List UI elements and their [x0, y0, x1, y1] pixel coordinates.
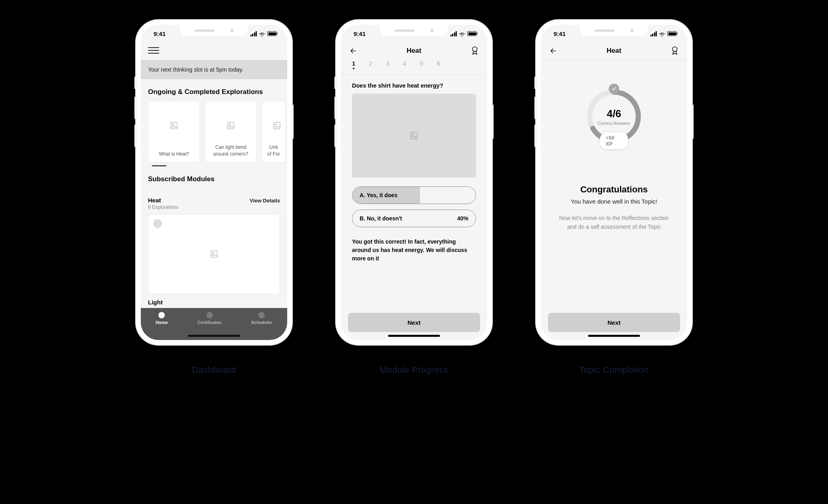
exploration-card[interactable]: Unit of For — [262, 101, 286, 163]
back-button[interactable] — [548, 46, 558, 56]
page-title: Heat — [607, 47, 622, 55]
battery-icon — [267, 31, 277, 36]
exploration-card[interactable]: What is Heat? — [148, 101, 200, 163]
step-3[interactable]: 3 — [386, 60, 389, 70]
caption: Dashboard — [192, 365, 236, 375]
choice-a[interactable]: A. Yes, it does — [352, 186, 476, 204]
step-tabs: 1 2 3 4 5 6 — [341, 60, 487, 74]
step-4[interactable]: 4 — [403, 60, 406, 70]
step-5[interactable]: 5 — [420, 60, 423, 70]
side-button — [535, 77, 536, 89]
back-button[interactable] — [348, 46, 358, 56]
caption: Topic Completion — [579, 365, 649, 375]
wifi-icon — [659, 31, 665, 36]
svg-point-5 — [275, 124, 276, 125]
home-indicator — [588, 335, 640, 337]
choice-b-pct: 40% — [457, 215, 468, 222]
page-title: Heat — [407, 47, 422, 55]
score-value: 4/6 — [607, 108, 621, 120]
side-button — [535, 97, 536, 119]
svg-rect-9 — [411, 132, 418, 139]
caption: Module Progress — [380, 365, 448, 375]
module-progress-phone: 9:41 Heat 1 2 3 4 5 6 Does the shirt hav… — [336, 20, 492, 345]
svg-rect-0 — [171, 122, 178, 129]
feedback-text: You got this correct! In fact, everythin… — [352, 227, 476, 263]
side-button — [335, 77, 336, 89]
check-icon — [609, 84, 619, 94]
svg-point-8 — [472, 47, 477, 52]
tab-scheduler[interactable]: Scheduler — [251, 312, 272, 325]
question-image — [352, 94, 476, 178]
tab-home[interactable]: Home — [156, 312, 168, 325]
side-button — [135, 125, 136, 147]
module-avatar — [153, 219, 162, 228]
explorations-row[interactable]: What is Heat? Can light bend around corn… — [141, 101, 287, 163]
exploration-card-title: What is Heat? — [159, 151, 189, 158]
battery-icon — [667, 31, 677, 36]
image-placeholder-icon — [170, 121, 178, 130]
exploration-card-title: Can light bend around corners? — [210, 144, 252, 158]
image-placeholder-icon — [210, 250, 218, 258]
svg-point-11 — [672, 47, 677, 52]
congrats-body: Now let's move on to the Reflections sec… — [541, 214, 687, 232]
step-6[interactable]: 6 — [437, 60, 440, 70]
question-text: Does the shirt have heat energy? — [352, 74, 476, 94]
modules-title: Subscribed Modules — [141, 166, 287, 188]
exploration-card[interactable]: Can light bend around corners? — [205, 101, 257, 163]
status-time: 9:41 — [354, 30, 366, 37]
xp-badge: +50 XP — [600, 132, 628, 149]
wifi-icon — [459, 31, 465, 36]
step-1[interactable]: 1 — [352, 60, 355, 70]
image-placeholder-icon — [226, 121, 235, 130]
side-button — [492, 105, 493, 139]
module-name: Light — [141, 294, 287, 306]
wifi-icon — [259, 31, 265, 36]
explorations-title: Ongoing & Completed Explorations — [141, 79, 287, 101]
side-button — [292, 105, 293, 139]
side-button — [335, 97, 336, 119]
status-time: 9:41 — [554, 30, 566, 37]
image-placeholder-icon — [410, 131, 418, 140]
svg-point-10 — [412, 134, 414, 135]
module-sub: 8 Explorations — [148, 204, 178, 210]
score-ring: 4/6 Correct Answers +50 XP — [586, 88, 642, 144]
award-button[interactable] — [470, 46, 480, 56]
signal-icon — [250, 31, 257, 36]
svg-rect-2 — [228, 122, 234, 129]
notch — [580, 25, 648, 36]
view-details-link[interactable]: View Details — [250, 198, 280, 204]
battery-icon — [467, 31, 477, 36]
choice-b-label: B. No, it doesn't — [360, 215, 402, 222]
module-card[interactable] — [148, 214, 280, 294]
choice-b[interactable]: B. No, it doesn't 40% — [352, 210, 476, 227]
step-2[interactable]: 2 — [369, 60, 372, 70]
svg-rect-4 — [274, 122, 280, 129]
side-button — [135, 97, 136, 119]
congrats-sub: You have done well in this Topic! — [571, 198, 657, 205]
side-button — [335, 125, 336, 147]
image-placeholder-icon — [272, 121, 281, 130]
tab-bar: Home Certificates Scheduler — [141, 308, 287, 340]
svg-point-7 — [212, 252, 214, 254]
side-button — [692, 105, 693, 139]
signal-icon — [650, 31, 657, 36]
next-button[interactable]: Next — [348, 313, 480, 332]
svg-point-1 — [172, 124, 174, 125]
module-name: Heat — [148, 197, 178, 204]
carousel-indicator — [141, 163, 287, 166]
next-button[interactable]: Next — [548, 313, 680, 332]
side-button — [535, 125, 536, 147]
score-label: Correct Answers — [598, 121, 630, 126]
award-button[interactable] — [670, 46, 680, 56]
congrats-title: Congratulations — [580, 184, 648, 195]
home-indicator — [188, 335, 240, 337]
choice-a-label: A. Yes, it does — [360, 192, 398, 198]
tab-certificates[interactable]: Certificates — [198, 312, 222, 325]
topic-completion-phone: 9:41 Heat 4/6 Correct Answers +50 XP Con… — [536, 20, 692, 345]
notch — [380, 25, 448, 36]
status-time: 9:41 — [154, 30, 166, 37]
notification-banner: Your next thinking slot is at 5pm today. — [141, 60, 287, 79]
home-indicator — [388, 335, 440, 337]
dashboard-phone: 9:41 Your next thinking slot is at 5pm t… — [136, 20, 292, 345]
menu-button[interactable] — [148, 45, 159, 56]
